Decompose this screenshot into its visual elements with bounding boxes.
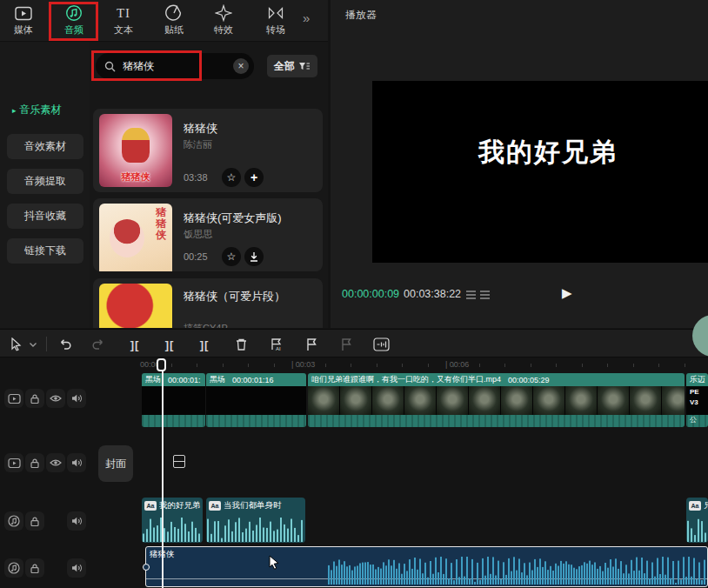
thumb-character <box>110 219 144 257</box>
subtitle-overlay: 我的好兄弟 <box>478 135 618 170</box>
search-box[interactable]: × <box>96 53 254 79</box>
film-frame <box>469 386 500 415</box>
media-icon <box>4 3 43 23</box>
sidebar-item-music-material[interactable]: ▸音乐素材 <box>7 97 83 123</box>
timeline-panel[interactable]: 00:00| 00:03| 00:06 封面 黑场00:00:01:黑场00:0… <box>0 358 708 588</box>
smart-mark-ai-icon[interactable]: AI <box>267 336 286 353</box>
tab-sticker[interactable]: 贴纸 <box>155 3 193 37</box>
music-clip-selected[interactable]: 猪猪侠 <box>145 546 708 587</box>
chevron-down-icon[interactable] <box>23 336 43 353</box>
tab-audio[interactable]: 音频 <box>55 3 93 37</box>
blank-frame-icon <box>173 455 185 468</box>
lock-icon[interactable] <box>25 453 44 472</box>
song-thumbnail <box>99 284 172 328</box>
sidebar-item-link-download[interactable]: 链接下载 <box>7 238 83 264</box>
film-frame <box>308 386 339 415</box>
svg-text:AI: AI <box>276 346 281 351</box>
tts-audio-clip[interactable]: Aa当我们都单身时 <box>206 498 305 543</box>
video-track-icon[interactable] <box>4 453 23 472</box>
ruler-tick <box>556 364 557 367</box>
search-icon <box>104 61 116 72</box>
clip-overlay-text: PE <box>690 388 699 396</box>
song-card[interactable]: 猪猪侠猪猪侠陈洁丽03:38☆+ <box>93 109 323 192</box>
favorite-star-icon[interactable]: ☆ <box>222 168 241 187</box>
delete-icon[interactable] <box>231 336 250 353</box>
speaker-icon[interactable] <box>67 511 86 531</box>
song-card[interactable]: 猪 猪 侠猪猪侠(可爱女声版)饭思思00:25☆ <box>93 198 323 271</box>
undo-icon[interactable] <box>56 336 75 353</box>
ruler-tick <box>377 364 377 367</box>
clip-name: 我的好兄弟 <box>159 500 201 511</box>
lock-icon[interactable] <box>25 511 44 531</box>
ruler-label: | 00:06 <box>445 360 469 369</box>
song-card[interactable]: 猪猪侠（可爱片段）搞笑CY4P <box>93 278 323 328</box>
text-icon: TI <box>104 3 143 23</box>
fade-in-handle[interactable] <box>143 564 150 571</box>
speaker-icon[interactable] <box>67 453 86 472</box>
audio-icon <box>55 3 93 23</box>
tab-label: 文本 <box>104 23 143 37</box>
video-clip[interactable]: 咱们兄弟谁跟谁啊，有我一口吃的，又有你们半口.mp400:00:05:29 <box>308 373 685 427</box>
ruler-tick <box>479 364 480 367</box>
video-canvas[interactable]: 我的好兄弟 <box>372 81 708 263</box>
playhead-line[interactable] <box>162 358 164 588</box>
play-button[interactable]: ▶ <box>562 285 572 301</box>
display-mode-icon-2[interactable] <box>480 289 490 300</box>
clip-name: 兄 <box>704 500 708 511</box>
clip-name: 乐迈 <box>690 374 705 385</box>
split-left-icon[interactable]: ][ <box>160 336 179 353</box>
download-icon[interactable] <box>244 247 264 266</box>
speaker-icon[interactable] <box>67 558 86 578</box>
tab-text[interactable]: TI文本 <box>104 3 143 37</box>
add-to-track-icon[interactable]: + <box>244 168 264 187</box>
film-frame <box>662 386 685 415</box>
sidebar-item-sound-effects[interactable]: 音效素材 <box>7 134 83 159</box>
eye-icon[interactable] <box>46 453 65 472</box>
split-right-icon[interactable]: ][ <box>195 336 214 353</box>
tts-audio-clip[interactable]: Aa兄 <box>686 498 708 543</box>
sidebar-item-audio-extract[interactable]: 音频提取 <box>7 169 83 194</box>
video-track-icon[interactable] <box>4 389 23 408</box>
video-clip[interactable]: 黑场00:00:01: <box>142 373 205 427</box>
ruler-tick <box>607 364 608 367</box>
ruler-tick <box>299 364 300 367</box>
split-icon[interactable]: ][ <box>125 336 144 353</box>
ruler-tick <box>402 364 403 367</box>
search-input[interactable] <box>121 59 233 73</box>
thumb-caption: 猪 猪 侠 <box>155 207 167 241</box>
audio-track-icon[interactable] <box>4 511 23 531</box>
mute-track-icon[interactable] <box>371 336 391 353</box>
sidebar-item-douyin-favorites[interactable]: 抖音收藏 <box>7 204 83 229</box>
mark-flag-icon[interactable] <box>302 336 321 353</box>
text-to-speech-icon: Aa <box>209 501 221 511</box>
tab-media[interactable]: 媒体 <box>4 3 43 37</box>
clear-search-icon[interactable]: × <box>233 58 249 74</box>
tts-audio-clip[interactable]: Aa我的好兄弟 <box>142 498 203 543</box>
clip-name: 当我们都单身时 <box>224 500 282 511</box>
audio-track-icon[interactable] <box>4 558 23 578</box>
tab-transition[interactable]: 转场 <box>257 3 295 37</box>
favorite-star-icon[interactable]: ☆ <box>222 247 241 266</box>
eye-icon[interactable] <box>46 389 65 408</box>
lock-icon[interactable] <box>25 389 44 408</box>
tab-label: 音频 <box>55 23 93 37</box>
lock-icon[interactable] <box>25 558 44 578</box>
song-duration: 00:25 <box>184 251 208 262</box>
song-artist: 陈洁丽 <box>184 138 212 151</box>
thumb-character <box>122 128 150 163</box>
sidebar-active-arrow-icon: ▸ <box>12 106 17 115</box>
video-clip[interactable]: 乐迈PEV3公 <box>686 373 708 427</box>
asset-tabbar: » 媒体音频TI文本贴纸特效转场 <box>0 0 328 42</box>
playhead-handle[interactable] <box>157 358 166 371</box>
speaker-icon[interactable] <box>67 389 86 408</box>
cover-button[interactable]: 封面 <box>98 445 133 482</box>
display-mode-icon[interactable] <box>466 289 476 300</box>
video-clip-filmstrip <box>308 386 685 415</box>
ruler-tick <box>633 364 634 367</box>
more-tabs-icon[interactable]: » <box>303 10 310 25</box>
video-clip[interactable]: 黑场00:00:01:16 <box>206 373 306 427</box>
filter-button[interactable]: 全部 <box>267 55 317 77</box>
tab-effects[interactable]: 特效 <box>204 3 243 37</box>
asset-panel: » 媒体音频TI文本贴纸特效转场 ▸音乐素材音效素材音频提取抖音收藏链接下载 ×… <box>0 0 328 328</box>
ruler-tick <box>325 364 326 367</box>
